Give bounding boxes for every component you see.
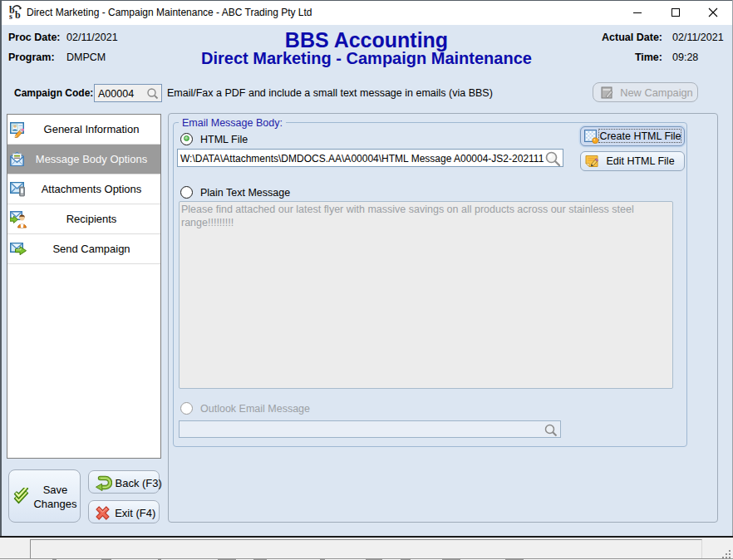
svg-text:b: b: [15, 9, 21, 19]
svg-text:s: s: [9, 12, 12, 20]
